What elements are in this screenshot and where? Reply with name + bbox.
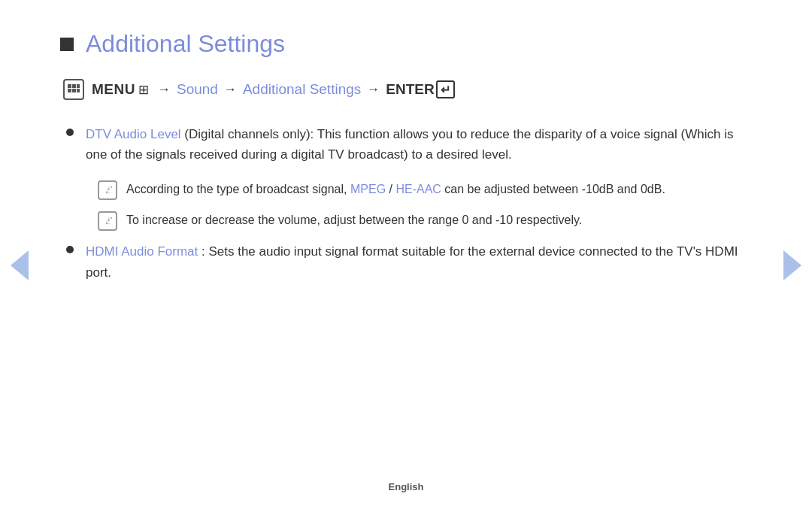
note-icon-2: 𝓔 [98,211,117,231]
breadcrumb-sound: Sound [177,81,218,98]
left-arrow-icon [11,250,29,280]
svg-rect-3 [68,89,71,92]
bullet-text-hdmi: HDMI Audio Format : Sets the audio input… [86,241,752,282]
bullet-text-dtv: DTV Audio Level (Digital channels only):… [86,124,752,165]
note1-text-after: can be adjusted between -10dB and 0dB. [441,183,665,195]
hdmi-highlight: HDMI Audio Format [86,244,198,259]
note-item-1: 𝓔 According to the type of broadcast sig… [98,180,752,200]
svg-rect-5 [77,89,80,92]
page-container: Additional Settings MENU ⊞ → Sound → Add… [0,0,812,530]
dtv-text: (Digital channels only): This function a… [86,127,733,162]
note-items-dtv: 𝓔 According to the type of broadcast sig… [98,180,752,231]
breadcrumb-arrow-1: → [158,82,171,97]
content-area: DTV Audio Level (Digital channels only):… [60,124,752,474]
bullet-item-hdmi: HDMI Audio Format : Sets the audio input… [66,241,752,282]
bullet-item-dtv: DTV Audio Level (Digital channels only):… [66,124,752,165]
svg-rect-2 [77,84,80,88]
svg-rect-1 [72,84,76,88]
breadcrumb-enter: ENTER↵ [386,80,454,98]
right-arrow-icon [783,250,801,280]
enter-box: ↵ [436,80,455,98]
menu-icon [63,79,84,100]
breadcrumb-arrow-2: → [224,82,237,97]
breadcrumb-additional: Additional Settings [243,81,361,98]
note1-text-before: According to the type of broadcast signa… [126,183,350,195]
breadcrumb-arrow-3: → [367,82,380,97]
note1-mpeg: MPEG [350,183,386,195]
note-item-2: 𝓔 To increase or decrease the volume, ad… [98,210,752,231]
nav-left-button[interactable] [9,247,30,284]
enter-label: ENTER [386,81,434,98]
breadcrumb-menu-label: MENU [92,81,135,98]
svg-rect-4 [72,89,76,92]
footer-language: English [389,481,424,492]
note-icon-1: 𝓔 [98,180,117,200]
footer: English [60,474,752,500]
black-square-marker [60,38,74,51]
page-title-row: Additional Settings [60,30,752,58]
nav-right-button[interactable] [782,247,803,284]
page-title: Additional Settings [86,30,285,58]
breadcrumb: MENU ⊞ → Sound → Additional Settings → E… [63,79,752,100]
svg-rect-0 [68,84,71,88]
note1-slash: / [386,183,395,195]
bullet-dot-2 [66,246,74,253]
bullet-dot-1 [66,129,74,136]
note-text-1: According to the type of broadcast signa… [126,180,665,199]
dtv-highlight: DTV Audio Level [86,127,181,141]
note-text-2: To increase or decrease the volume, adju… [126,210,582,230]
note1-heaac: HE-AAC [395,183,441,195]
